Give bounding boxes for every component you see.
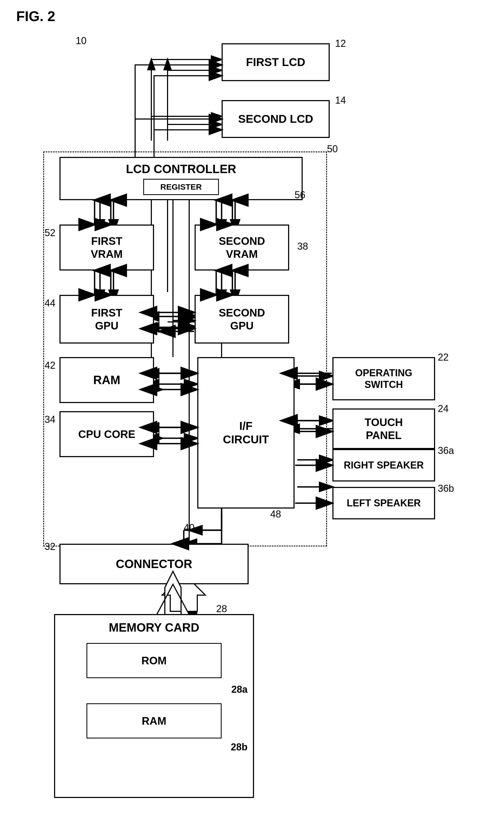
ref-50: 50: [327, 143, 338, 155]
ram-box: RAM: [59, 357, 154, 403]
if-circuit-box: I/F CIRCUIT: [197, 357, 295, 508]
diagram-container: FIG. 2 10 FIRST LCD 12 SECOND LCD 14 50 …: [0, 0, 504, 818]
ref-22: 22: [438, 352, 449, 363]
ref-38: 38: [297, 241, 308, 252]
ref-32: 32: [45, 541, 55, 552]
ref-44: 44: [45, 298, 55, 309]
ref-14: 14: [335, 95, 346, 106]
ref-28a: 28a: [231, 684, 248, 695]
memory-card-box: MEMORY CARD ROM 28a RAM 28b: [54, 614, 254, 798]
first-gpu-box: FIRST GPU: [59, 295, 154, 344]
second-lcd-box: SECOND LCD: [222, 100, 330, 138]
ref-24: 24: [438, 403, 449, 414]
ref-36a: 36a: [438, 445, 454, 456]
operating-switch-box: OPERATING SWITCH: [332, 357, 435, 400]
rom-box: ROM: [86, 643, 222, 678]
second-gpu-box: SECOND GPU: [195, 295, 289, 344]
ram2-box: RAM: [86, 703, 222, 739]
right-speaker-box: RIGHT SPEAKER: [332, 449, 435, 481]
ref-28b: 28b: [231, 741, 248, 753]
ref-12: 12: [335, 38, 346, 49]
second-vram-box: SECOND VRAM: [195, 225, 289, 271]
figure-label: FIG. 2: [16, 8, 55, 24]
ref-42: 42: [45, 360, 55, 371]
lcd-controller-box: LCD CONTROLLER REGISTER: [59, 157, 303, 200]
register-box: REGISTER: [143, 179, 219, 195]
left-speaker-box: LEFT SPEAKER: [332, 487, 435, 519]
touch-panel-box: TOUCH PANEL: [332, 408, 435, 449]
ref-28: 28: [216, 603, 227, 615]
ref-52: 52: [45, 227, 55, 239]
cpu-core-box: CPU CORE: [59, 411, 154, 457]
ref-40: 40: [184, 522, 195, 533]
ref-10: 10: [76, 35, 86, 46]
connector-box: CONNECTOR: [59, 544, 249, 584]
ref-56: 56: [295, 189, 305, 201]
ref-36b: 36b: [438, 483, 454, 494]
ref-48: 48: [270, 508, 281, 520]
ref-34: 34: [45, 414, 55, 425]
first-lcd-box: FIRST LCD: [222, 43, 330, 81]
first-vram-box: FIRST VRAM: [59, 225, 154, 271]
